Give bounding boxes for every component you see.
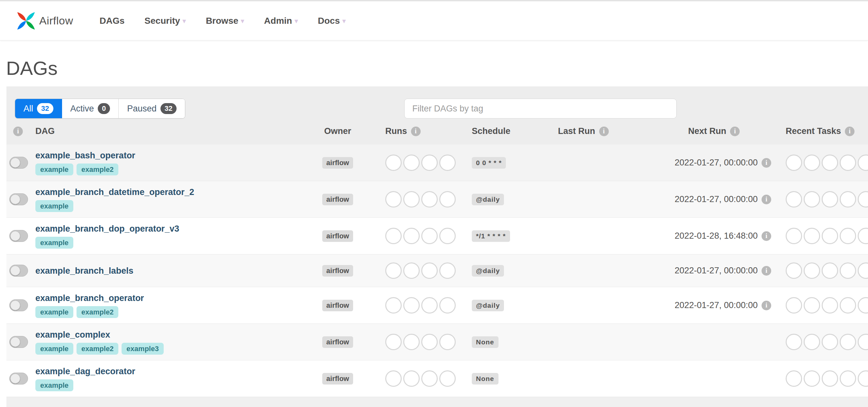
- task-status-circle[interactable]: [840, 334, 856, 350]
- run-status-circle[interactable]: [421, 334, 438, 350]
- dag-tag[interactable]: example2: [76, 306, 118, 318]
- dag-pause-toggle[interactable]: [9, 299, 28, 311]
- dag-tag[interactable]: example3: [122, 343, 163, 354]
- nav-item-admin[interactable]: Admin ▾: [264, 16, 298, 26]
- dag-name-link[interactable]: example_branch_operator: [35, 293, 144, 304]
- task-status-circle[interactable]: [840, 263, 856, 279]
- run-status-circle[interactable]: [439, 297, 456, 313]
- task-status-circle[interactable]: [840, 370, 856, 387]
- airflow-brand[interactable]: Airflow: [16, 10, 73, 31]
- run-status-circle[interactable]: [403, 370, 420, 387]
- task-status-circle[interactable]: [822, 191, 838, 207]
- task-status-circle[interactable]: [858, 263, 868, 279]
- dag-tag[interactable]: example: [35, 306, 73, 318]
- run-status-circle[interactable]: [385, 228, 402, 244]
- task-status-circle[interactable]: [822, 228, 838, 244]
- nav-item-browse[interactable]: Browse ▾: [206, 16, 244, 26]
- filter-tab-paused[interactable]: Paused 32: [119, 99, 185, 118]
- dag-tag[interactable]: example: [35, 237, 73, 249]
- nav-item-docs[interactable]: Docs ▾: [318, 16, 346, 26]
- task-status-circle[interactable]: [858, 370, 868, 387]
- task-status-circle[interactable]: [786, 228, 802, 244]
- task-status-circle[interactable]: [786, 370, 802, 387]
- task-status-circle[interactable]: [840, 155, 856, 171]
- run-status-circle[interactable]: [421, 370, 438, 387]
- filter-tab-active[interactable]: Active 0: [62, 99, 119, 118]
- task-status-circle[interactable]: [804, 334, 820, 350]
- run-status-circle[interactable]: [403, 155, 420, 171]
- task-status-circle[interactable]: [858, 228, 868, 244]
- run-status-circle[interactable]: [385, 263, 402, 279]
- dag-tag[interactable]: example: [35, 343, 73, 354]
- dag-name-link[interactable]: example_complex: [35, 329, 164, 340]
- run-status-circle[interactable]: [403, 334, 420, 350]
- dag-pause-toggle[interactable]: [9, 230, 28, 242]
- header-owner[interactable]: Owner: [309, 126, 367, 136]
- run-status-circle[interactable]: [421, 297, 438, 313]
- run-status-circle[interactable]: [421, 191, 438, 207]
- dag-pause-toggle[interactable]: [9, 373, 28, 384]
- header-dag[interactable]: DAG: [35, 126, 309, 136]
- task-status-circle[interactable]: [804, 297, 820, 313]
- dag-pause-toggle[interactable]: [9, 336, 28, 348]
- header-schedule[interactable]: Schedule: [463, 126, 550, 136]
- task-status-circle[interactable]: [858, 191, 868, 207]
- run-status-circle[interactable]: [439, 191, 456, 207]
- run-status-circle[interactable]: [439, 370, 456, 387]
- nav-item-security[interactable]: Security ▾: [145, 16, 186, 26]
- dag-pause-toggle[interactable]: [9, 157, 28, 169]
- dag-pause-toggle[interactable]: [9, 265, 28, 277]
- dag-tag[interactable]: example: [35, 164, 73, 175]
- task-status-circle[interactable]: [858, 155, 868, 171]
- run-status-circle[interactable]: [385, 297, 402, 313]
- run-status-circle[interactable]: [385, 334, 402, 350]
- nav-item-dags[interactable]: DAGs: [100, 16, 125, 26]
- task-status-circle[interactable]: [786, 263, 802, 279]
- dag-name-link[interactable]: example_bash_operator: [35, 150, 135, 161]
- task-status-circle[interactable]: [840, 297, 856, 313]
- task-status-circle[interactable]: [804, 191, 820, 207]
- task-status-circle[interactable]: [858, 297, 868, 313]
- dag-tag[interactable]: example: [35, 200, 73, 212]
- task-status-circle[interactable]: [786, 297, 802, 313]
- task-status-circle[interactable]: [786, 191, 802, 207]
- dag-pause-toggle[interactable]: [9, 193, 28, 205]
- task-status-circle[interactable]: [858, 334, 868, 350]
- run-status-circle[interactable]: [403, 297, 420, 313]
- task-status-circle[interactable]: [804, 370, 820, 387]
- run-status-circle[interactable]: [439, 155, 456, 171]
- dag-tag[interactable]: example2: [76, 343, 118, 354]
- run-status-circle[interactable]: [385, 155, 402, 171]
- run-status-circle[interactable]: [439, 228, 456, 244]
- task-status-circle[interactable]: [822, 263, 838, 279]
- run-status-circle[interactable]: [421, 228, 438, 244]
- dag-tag[interactable]: example: [35, 379, 73, 391]
- run-status-circle[interactable]: [385, 370, 402, 387]
- run-status-circle[interactable]: [403, 191, 420, 207]
- run-status-circle[interactable]: [421, 263, 438, 279]
- task-status-circle[interactable]: [840, 228, 856, 244]
- task-status-circle[interactable]: [804, 263, 820, 279]
- run-status-circle[interactable]: [385, 191, 402, 207]
- dag-tag[interactable]: example2: [76, 164, 118, 175]
- task-status-circle[interactable]: [804, 155, 820, 171]
- run-status-circle[interactable]: [439, 263, 456, 279]
- task-status-circle[interactable]: [804, 228, 820, 244]
- task-status-circle[interactable]: [786, 334, 802, 350]
- task-status-circle[interactable]: [786, 155, 802, 171]
- task-status-circle[interactable]: [840, 191, 856, 207]
- filter-dags-by-tag-input[interactable]: [404, 99, 677, 118]
- dag-name-link[interactable]: example_branch_dop_operator_v3: [35, 223, 179, 234]
- task-status-circle[interactable]: [822, 297, 838, 313]
- task-status-circle[interactable]: [822, 370, 838, 387]
- filter-tab-all[interactable]: All 32: [15, 99, 62, 118]
- run-status-circle[interactable]: [403, 263, 420, 279]
- dag-name-link[interactable]: example_branch_datetime_operator_2: [35, 186, 194, 198]
- run-status-circle[interactable]: [439, 334, 456, 350]
- dag-name-link[interactable]: example_branch_labels: [35, 265, 133, 276]
- run-status-circle[interactable]: [403, 228, 420, 244]
- dag-name-link[interactable]: example_dag_decorator: [35, 366, 135, 377]
- run-status-circle[interactable]: [421, 155, 438, 171]
- task-status-circle[interactable]: [822, 155, 838, 171]
- task-status-circle[interactable]: [822, 334, 838, 350]
